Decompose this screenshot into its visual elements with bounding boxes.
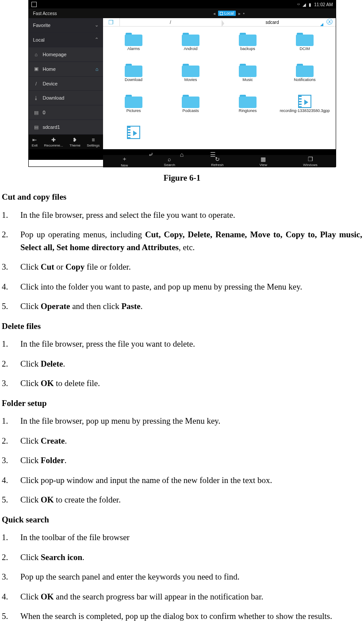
new-button[interactable]: ＋New [121, 155, 128, 167]
file-label: Download [125, 78, 142, 87]
folder-icon [182, 64, 199, 77]
tab-local-label: Local [224, 11, 234, 15]
settings-icon: ≡ [92, 137, 95, 143]
sidebar-item-device[interactable]: / Device [29, 77, 103, 91]
folder-icon [296, 64, 314, 77]
gallery-icon [31, 2, 37, 7]
fast-access-label[interactable]: Fast Access [29, 11, 123, 16]
sidebar-item-homepage[interactable]: ⌂ Homepage [29, 47, 103, 62]
section-heading-cutcopy: Cut and copy files [2, 191, 362, 204]
plus-icon: ＋ [122, 155, 127, 163]
folder-dcim[interactable]: DCIM [277, 29, 333, 59]
home-icon[interactable]: ⌂ [180, 151, 184, 158]
search-button[interactable]: ⌕Search [164, 156, 175, 167]
steps-delete: In the file browser, press the file you … [2, 338, 362, 390]
folder-podcasts[interactable]: Podcasts [163, 91, 219, 121]
android-status-bar: ⌔ ◢ ▮ 11:02 AM [29, 0, 336, 8]
tab-arrow-right-icon[interactable]: ▸ [238, 11, 241, 16]
folder-download[interactable]: Download [106, 60, 162, 90]
step-text: In the file browser, press the file you … [20, 338, 362, 351]
sidebar-item-label: 0 [43, 110, 46, 115]
theme-button[interactable]: ❥Theme [69, 137, 80, 147]
gift-icon: ✚ [51, 137, 56, 143]
file-recording[interactable]: recording-1338323580.3gpp [277, 91, 333, 121]
sidebar-item-disk-0[interactable]: ▤ 0 [29, 105, 103, 120]
exit-button[interactable]: ⇤Exit [32, 137, 38, 147]
tab-arrow-left-icon[interactable]: ◂ [213, 11, 215, 16]
step-text: Pop up the search panel and enter the ke… [20, 571, 362, 584]
search-label: Search [164, 163, 175, 167]
recommend-label: Recomme... [44, 143, 63, 147]
file-grid: Alarms Android backups DCIM Download Mov… [103, 27, 336, 155]
folder-android[interactable]: Android [163, 29, 219, 59]
file-label: Android [184, 47, 197, 56]
sidebar-section-favorite[interactable]: Favorite ⌄ [29, 18, 103, 33]
folder-icon [182, 95, 199, 108]
refresh-label: Refresh [211, 163, 223, 167]
folder-icon [239, 95, 257, 108]
step-text: When the search is completed, pop up the… [20, 610, 362, 623]
section-heading-search: Quick search [2, 514, 362, 526]
download-icon: ⭳ [33, 95, 39, 101]
sidebar: Favorite ⌄ Local ⌃ ⌂ Homepage ▣ Home ⌂ [29, 18, 103, 149]
folder-notifications[interactable]: Notifications [277, 60, 333, 90]
document-body: Cut and copy files In the file browser, … [0, 191, 364, 623]
settings-button[interactable]: ≡Settings [87, 137, 100, 147]
file-label: Ringtones [239, 109, 257, 118]
new-label: New [121, 163, 128, 167]
steps-search: In the toolbar of the file browser Click… [2, 531, 362, 623]
folder-pictures[interactable]: Pictures [106, 91, 162, 121]
window-switch-button[interactable]: ❐ [103, 18, 120, 26]
step-text: Click Folder. [20, 454, 362, 467]
folder-icon [239, 64, 257, 77]
tab-local[interactable]: Local [218, 11, 236, 16]
step-text: Click OK to create the folder. [20, 494, 362, 506]
sidebar-item-home[interactable]: ▣ Home ⌂ [29, 62, 103, 77]
breadcrumb-current[interactable]: sdcard [222, 18, 323, 26]
folder-icon [239, 33, 257, 46]
figure-caption: Figure 6-1 [0, 173, 364, 183]
tab-more-icon[interactable]: • [243, 11, 245, 16]
file-pane: ❐ / sdcard ⓧ Alarms Android backups DCIM… [103, 18, 336, 149]
folder-alarms[interactable]: Alarms [106, 29, 162, 59]
recommend-button[interactable]: ✚Recomme... [44, 137, 63, 147]
windows-label: Windows [303, 163, 317, 167]
breadcrumb-root[interactable]: / [120, 18, 222, 26]
step-text: Click Operate and then click Paste. [20, 300, 362, 313]
folder-movies[interactable]: Movies [163, 60, 219, 90]
recents-icon[interactable]: ☰ [210, 151, 216, 158]
file-label: Alarms [127, 47, 140, 56]
section-heading-folder: Folder setup [2, 397, 362, 410]
step-text: In the file browser, press and select th… [20, 209, 362, 222]
folder-icon [125, 33, 142, 46]
sidebar-section-local[interactable]: Local ⌃ [29, 33, 103, 47]
windows-button[interactable]: ❐Windows [303, 156, 317, 167]
grid-icon: ▦ [261, 156, 266, 162]
step-text: In the toolbar of the file browser [20, 531, 362, 544]
file-video[interactable] [106, 122, 162, 152]
video-file-icon [127, 126, 140, 139]
close-tab-button[interactable]: ⓧ [323, 18, 336, 26]
sidebar-item-sdcard1[interactable]: ▤ sdcard1 [29, 120, 103, 135]
app-title-bar: Fast Access ◂ Local ▸ • [29, 8, 336, 18]
folder-icon [296, 33, 314, 46]
slash-icon: / [33, 81, 39, 87]
file-label: backups [240, 47, 255, 56]
folder-music[interactable]: Music [220, 60, 276, 90]
video-file-icon [298, 95, 311, 108]
view-button[interactable]: ▦View [260, 156, 267, 167]
windows-icon: ❐ [308, 156, 313, 162]
theme-label: Theme [69, 143, 80, 147]
folder-backups[interactable]: backups [220, 29, 276, 59]
file-label: Movies [184, 78, 197, 87]
sidebar-item-label: sdcard1 [43, 124, 60, 130]
exit-label: Exit [32, 143, 38, 147]
path-bar: ❐ / sdcard ⓧ [103, 18, 336, 27]
step-text: Click Delete. [20, 358, 362, 371]
sidebar-item-download[interactable]: ⭳ Download [29, 91, 103, 105]
pin-home-icon: ⌂ [96, 66, 99, 72]
folder-ringtones[interactable]: Ringtones [220, 91, 276, 121]
back-icon[interactable]: ⤶ [148, 151, 153, 158]
sidebar-item-label: Device [43, 81, 58, 86]
bluetooth-icon: ⌔ [297, 2, 300, 7]
